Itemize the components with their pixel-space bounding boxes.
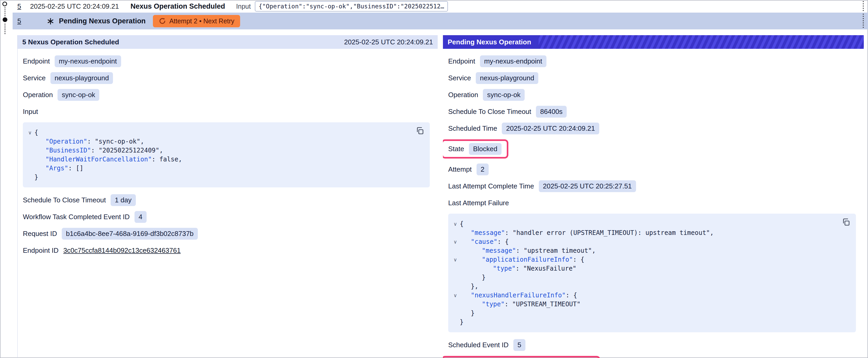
retry-icon [159,17,166,25]
endpoint-id-link[interactable]: 3c0c75ccfa8144b092c13ce632463761 [63,247,181,255]
collapse-chevron-icon[interactable]: ∨ [26,128,34,137]
field-row-endpoint: Endpoint my-nexus-endpoint [448,55,860,67]
panel-timestamp: 2025-02-25 UTC 20:24:09.21 [344,38,433,46]
field-label: Endpoint [448,57,475,65]
row-edge-dotted-line [863,14,864,28]
field-value-badge: my-nexus-endpoint [55,55,121,67]
code-line: "Operation": "sync-op-ok", [26,137,424,146]
row-edge-dotted-line [863,1,864,11]
timeline-current-dot [3,17,7,22]
event-timestamp: 2025-02-25 UTC 20:24:09.21 [30,2,119,10]
copy-icon [842,218,850,226]
field-row-service: Service nexus-playground [23,72,433,84]
code-line: "BusinessID": "20250225122409", [26,146,424,155]
field-value-badge: sync-op-ok [483,89,525,101]
field-label: Operation [23,91,53,99]
collapse-chevron-icon[interactable]: ∨ [451,291,460,300]
code-line: "type": "UPSTREAM_TIMEOUT" [451,300,849,308]
field-label: Last Attempt Complete Time [448,182,534,190]
field-row-operation: Operation sync-op-ok [23,89,433,101]
field-row-schedule-to-close: Schedule To Close Timeout 1 day [23,194,433,206]
field-value-badge: b1c6a4bc-8ee7-468a-9169-df3b02c8737b [62,228,198,240]
field-row-last-attempt-complete: Last Attempt Complete Time 2025-02-25 UT… [448,180,860,192]
field-row-scheduled-event-id: Scheduled Event ID 5 [448,339,860,351]
field-row-endpoint: Endpoint my-nexus-endpoint [23,55,433,67]
field-row-service: Service nexus-playground [448,72,860,84]
field-label: Schedule To Close Timeout [448,108,531,116]
copy-button[interactable] [415,127,424,137]
code-line: ∨"cause": { [451,237,849,246]
field-label: Service [448,74,471,82]
field-label: Endpoint ID [23,247,59,255]
event-row-pending[interactable]: 5 ∗ Pending Nexus Operation Attempt 2 • … [12,12,868,29]
scheduled-event-panel: 5 Nexus Operation Scheduled 2025-02-25 U… [17,35,438,358]
event-id-link[interactable]: 5 [17,2,21,10]
code-line: "Args": [] [26,164,424,173]
failure-section-label: Last Attempt Failure [448,197,860,209]
field-value-badge: nexus-playground [51,72,113,84]
state-value-badge: Blocked [469,143,502,155]
code-line: ∨"applicationFailureInfo": { [451,255,849,264]
field-value-badge: 2 [476,164,489,175]
copy-icon [415,127,424,135]
scheduled-panel-header: 5 Nexus Operation Scheduled 2025-02-25 U… [18,35,438,49]
timeline-open-circle [2,2,7,6]
pending-asterisk-icon: ∗ [46,16,55,26]
field-value-badge: 2025-02-25 UTC 20:25:27.51 [539,180,636,192]
field-label: Scheduled Time [448,124,497,133]
pending-operation-panel: Pending Nexus Operation Endpoint my-nexu… [443,35,864,358]
event-row-scheduled[interactable]: 5 2025-02-25 UTC 20:24:09.21 Nexus Opera… [12,0,868,12]
field-label: Attempt [448,165,472,173]
collapse-chevron-icon[interactable]: ∨ [451,255,460,264]
code-line: }, [451,282,849,291]
code-line: "type": "NexusFailure" [451,264,849,273]
field-value-badge: sync-op-ok [58,89,99,101]
blocked-reason-annotation-highlight: Blocked Reason The circuit breaker is op… [443,356,600,358]
code-line: ∨{ [26,128,424,137]
field-value-badge: 4 [134,211,147,223]
event-id-link[interactable]: 5 [17,17,21,25]
event-title: Nexus Operation Scheduled [130,2,225,10]
event-title: Pending Nexus Operation [59,17,146,25]
timeline-dotted-line [4,7,5,16]
field-value-badge: nexus-playground [476,72,538,84]
pending-panel-header: Pending Nexus Operation [443,35,864,49]
panel-title: Pending Nexus Operation [443,35,538,49]
copy-button[interactable] [842,218,850,229]
field-label: Scheduled Event ID [448,341,508,349]
field-value-badge: 1 day [111,194,136,206]
code-line: ∨{ [451,220,849,228]
input-section-label: Input [23,106,433,117]
code-line: "HandlerWaitForCancellation": false, [26,155,424,164]
code-line: "message": "upstream timeout", [451,246,849,255]
field-row-schedule-to-close: Schedule To Close Timeout 86400s [448,106,860,118]
field-row-scheduled-time: Scheduled Time 2025-02-25 UTC 20:24:09.2… [448,123,860,134]
field-label: Workflow Task Completed Event ID [23,213,130,221]
field-label: Request ID [23,230,57,238]
field-row-operation: Operation sync-op-ok [448,89,860,101]
input-preview-chip: {"Operation":"sync-op-ok","BusinessID":"… [255,1,448,11]
code-line: } [26,173,424,182]
field-label: Service [23,74,46,82]
retry-status-badge: Attempt 2 • Next Retry [153,15,240,27]
timeline-dotted-line [4,24,5,34]
field-label: Operation [448,91,478,99]
collapse-chevron-icon[interactable]: ∨ [451,220,460,228]
field-row-request-id: Request ID b1c6a4bc-8ee7-468a-9169-df3b0… [23,228,433,240]
field-label: Endpoint [23,57,50,65]
field-label: State [448,145,464,153]
panel-title: 5 Nexus Operation Scheduled [22,38,119,46]
input-json-viewer: ∨{"Operation": "sync-op-ok","BusinessID"… [23,122,430,187]
code-line: } [451,318,849,326]
field-value-badge: 86400s [536,106,567,118]
field-row-wft-completed-id: Workflow Task Completed Event ID 4 [23,211,433,223]
field-value-badge: my-nexus-endpoint [480,55,547,67]
field-value-badge: 5 [513,339,525,351]
code-line: } [451,308,849,318]
state-annotation-highlight: State Blocked [443,139,508,159]
field-label: Schedule To Close Timeout [23,196,106,204]
collapse-chevron-icon[interactable]: ∨ [451,237,460,246]
code-line: "message": "handler error (UPSTREAM_TIME… [451,228,849,237]
retry-badge-label: Attempt 2 • Next Retry [169,17,234,25]
field-value-badge: 2025-02-25 UTC 20:24:09.21 [502,123,599,134]
